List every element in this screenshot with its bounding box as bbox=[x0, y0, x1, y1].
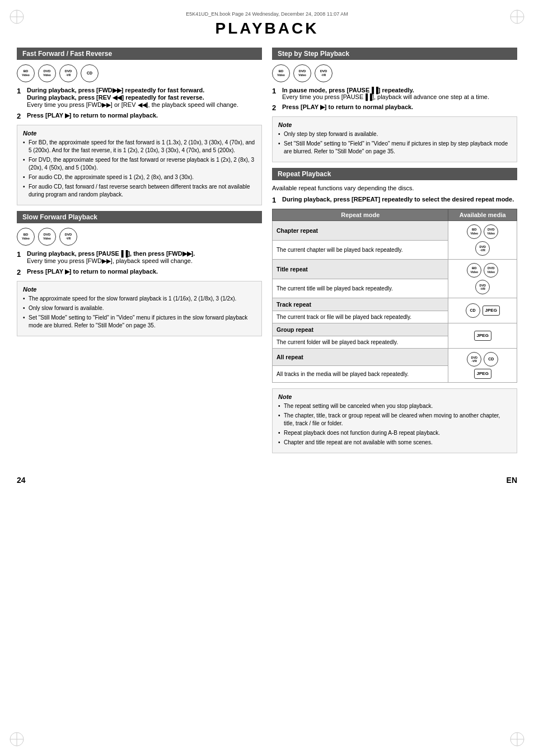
sbs-note-item: Set "Still Mode" setting to "Field" in "… bbox=[278, 140, 511, 156]
slow-forward-media-icons: BDVideo DVDVideo DVD-VR bbox=[17, 228, 262, 246]
bd-mini-icon: BDVideo bbox=[467, 224, 481, 239]
page-number: 24 bbox=[17, 476, 26, 485]
bd-icon-ff: BDVideo bbox=[17, 64, 35, 82]
repeat-note-list: The repeat setting will be canceled when… bbox=[278, 402, 511, 447]
fast-forward-steps: 1 During playback, press [FWD▶▶] repeate… bbox=[17, 87, 262, 120]
repeat-step-1: 1 During playback, press [REPEAT] repeat… bbox=[272, 196, 517, 204]
dvd-video-icon-sbs: DVDVideo bbox=[293, 64, 311, 82]
track-repeat-row: Track repeat CD JPEG bbox=[273, 298, 517, 311]
bd-icon-sbs: BDVideo bbox=[272, 64, 290, 82]
chapter-repeat-mode: Chapter repeat bbox=[273, 221, 448, 241]
repeat-col1-header: Repeat mode bbox=[273, 209, 448, 221]
all-repeat-mode: All repeat bbox=[273, 349, 448, 366]
sbs-step1-bold: In pause mode, press [PAUSE▐▐] repeatedl… bbox=[282, 87, 414, 93]
sf-note-item: Set "Still Mode" setting to "Field" in "… bbox=[23, 314, 256, 330]
repeat-note-item: The chapter, title, track or group repea… bbox=[278, 412, 511, 428]
group-repeat-desc: The current folder will be played back r… bbox=[273, 336, 448, 349]
all-repeat-desc: All tracks in the media will be played b… bbox=[273, 366, 448, 383]
sf-note-box: Note The approximate speed for the slow … bbox=[17, 281, 262, 336]
sbs-step1-normal: Every time you press [PAUSE▐▐], playback… bbox=[282, 93, 489, 100]
ff-step-2: 2 Press [PLAY ▶] to return to normal pla… bbox=[17, 112, 262, 120]
repeat-playback-header: Repeat Playback bbox=[272, 168, 517, 180]
sbs-step2-bold: Press [PLAY ▶] to return to normal playb… bbox=[282, 104, 413, 110]
dvd-vr-icon-sbs: DVD-VR bbox=[315, 64, 332, 82]
corner-mark-tl bbox=[8, 8, 25, 25]
repeat-note-item: Repeat playback does not function during… bbox=[278, 429, 511, 437]
sf-step1-normal: Every time you press [FWD▶▶], playback s… bbox=[27, 257, 193, 264]
repeat-step1-bold: During playback, press [REPEAT] repeated… bbox=[282, 196, 514, 203]
repeat-col2-header: Available media bbox=[448, 209, 517, 221]
chapter-repeat-media: BDVideo DVDVideo DVD-VR bbox=[448, 221, 517, 260]
sf-step1-bold: During playback, press [PAUSE▐▐], then p… bbox=[27, 250, 195, 257]
corner-mark-bl bbox=[8, 731, 25, 748]
repeat-note-box: Note The repeat setting will be canceled… bbox=[272, 388, 517, 453]
dvd-vr-mini-icon: DVD-VR bbox=[475, 241, 490, 256]
cd-mini-icon-ar: CD bbox=[484, 352, 498, 367]
ff-note-item: For DVD, the approximate speed for the f… bbox=[23, 156, 256, 172]
fast-forward-header: Fast Forward / Fast Reverse bbox=[17, 48, 262, 60]
jpeg-mini-icon-ar: JPEG bbox=[474, 369, 491, 379]
dvd-vr-icon-ff: DVD-VR bbox=[59, 64, 77, 82]
corner-mark-br bbox=[509, 731, 526, 748]
sbs-step-1: 1 In pause mode, press [PAUSE▐▐] repeate… bbox=[272, 87, 517, 100]
sf-step-1: 1 During playback, press [PAUSE▐▐], then… bbox=[17, 250, 262, 265]
track-repeat-mode: Track repeat bbox=[273, 298, 448, 311]
sbs-note-list: Only step by step forward is available. … bbox=[278, 130, 511, 156]
repeat-note-item: Chapter and title repeat are not availab… bbox=[278, 439, 511, 447]
sbs-note-title: Note bbox=[278, 121, 511, 128]
sf-note-list: The approximate speed for the slow forwa… bbox=[23, 295, 256, 330]
content-area: Fast Forward / Fast Reverse BDVideo DVDV… bbox=[17, 48, 517, 459]
sbs-note-item: Only step by step forward is available. bbox=[278, 130, 511, 138]
page-language: EN bbox=[507, 476, 517, 485]
slow-forward-steps: 1 During playback, press [PAUSE▐▐], then… bbox=[17, 250, 262, 276]
page-wrapper: E5K41UD_EN.book Page 24 Wednesday, Decem… bbox=[0, 0, 534, 756]
jpeg-mini-icon-gr: JPEG bbox=[474, 331, 491, 341]
corner-mark-tr bbox=[509, 8, 526, 25]
bd-icon-sf: BDVideo bbox=[17, 228, 35, 246]
ff-step-1: 1 During playback, press [FWD▶▶] repeate… bbox=[17, 87, 262, 109]
ff-step1-normal: Every time you press [FWD▶▶] or [REV ◀◀]… bbox=[27, 101, 238, 108]
cd-mini-icon: CD bbox=[466, 303, 480, 318]
ff-note-box: Note For BD, the approximate speed for t… bbox=[17, 125, 262, 205]
bd-mini-icon-tr: BDVideo bbox=[467, 263, 481, 278]
dvd-vr-mini-icon-ar: DVD-VR bbox=[467, 352, 481, 367]
chapter-repeat-desc: The current chapter will be played back … bbox=[273, 241, 448, 260]
dvd-vr-icon-sf: DVD-VR bbox=[59, 228, 77, 246]
step-by-step-header: Step by Step Playback bbox=[272, 48, 517, 60]
repeat-steps: 1 During playback, press [REPEAT] repeat… bbox=[272, 196, 517, 204]
ff-note-item: For audio CD, fast forward / fast revers… bbox=[23, 183, 256, 199]
dvd-video-icon-ff: DVDVideo bbox=[38, 64, 56, 82]
title-repeat-desc: The current title will be played back re… bbox=[273, 279, 448, 298]
slow-forward-header: Slow Forward Playback bbox=[17, 211, 262, 223]
group-repeat-media: JPEG bbox=[448, 323, 517, 349]
fast-forward-media-icons: BDVideo DVDVideo DVD-VR CD bbox=[17, 64, 262, 82]
file-info: E5K41UD_EN.book Page 24 Wednesday, Decem… bbox=[17, 11, 517, 17]
chapter-repeat-row: Chapter repeat BDVideo DVDVideo DVD-VR bbox=[273, 221, 517, 241]
title-repeat-media: BDVideo DVDVideo DVD-VR bbox=[448, 260, 517, 298]
all-repeat-row: All repeat DVD-VR CD JPEG bbox=[273, 349, 517, 366]
ff-note-title: Note bbox=[23, 130, 256, 137]
sf-step-2: 2 Press [PLAY ▶] to return to normal pla… bbox=[17, 268, 262, 276]
ff-note-list: For BD, the approximate speed for the fa… bbox=[23, 139, 256, 199]
repeat-note-title: Note bbox=[278, 393, 511, 400]
track-repeat-media: CD JPEG bbox=[448, 298, 517, 323]
title-repeat-row: Title repeat BDVideo DVDVideo DVD-VR bbox=[273, 260, 517, 279]
repeat-intro: Available repeat functions vary dependin… bbox=[272, 185, 517, 191]
col-left: Fast Forward / Fast Reverse BDVideo DVDV… bbox=[17, 48, 262, 459]
repeat-table: Repeat mode Available media Chapter repe… bbox=[272, 209, 517, 383]
title-repeat-mode: Title repeat bbox=[273, 260, 448, 279]
group-repeat-mode: Group repeat bbox=[273, 323, 448, 336]
sbs-step-2: 2 Press [PLAY ▶] to return to normal pla… bbox=[272, 104, 517, 112]
dvd-vr-mini-icon-tr: DVD-VR bbox=[475, 280, 490, 294]
all-repeat-media: DVD-VR CD JPEG bbox=[448, 349, 517, 383]
cd-icon-ff: CD bbox=[81, 64, 99, 82]
dvd-video-mini-icon-tr: DVDVideo bbox=[484, 263, 498, 278]
dvd-video-icon-sf: DVDVideo bbox=[38, 228, 56, 246]
col-right: Step by Step Playback BDVideo DVDVideo D… bbox=[272, 48, 517, 459]
sbs-steps: 1 In pause mode, press [PAUSE▐▐] repeate… bbox=[272, 87, 517, 112]
ff-note-item: For BD, the approximate speed for the fa… bbox=[23, 139, 256, 154]
sf-note-item: The approximate speed for the slow forwa… bbox=[23, 295, 256, 303]
ff-note-item: For audio CD, the approximate speed is 1… bbox=[23, 173, 256, 181]
page-title: PLAYBACK bbox=[17, 20, 517, 37]
ff-step1-bold: During playback, press [FWD▶▶] repeatedl… bbox=[27, 87, 204, 101]
